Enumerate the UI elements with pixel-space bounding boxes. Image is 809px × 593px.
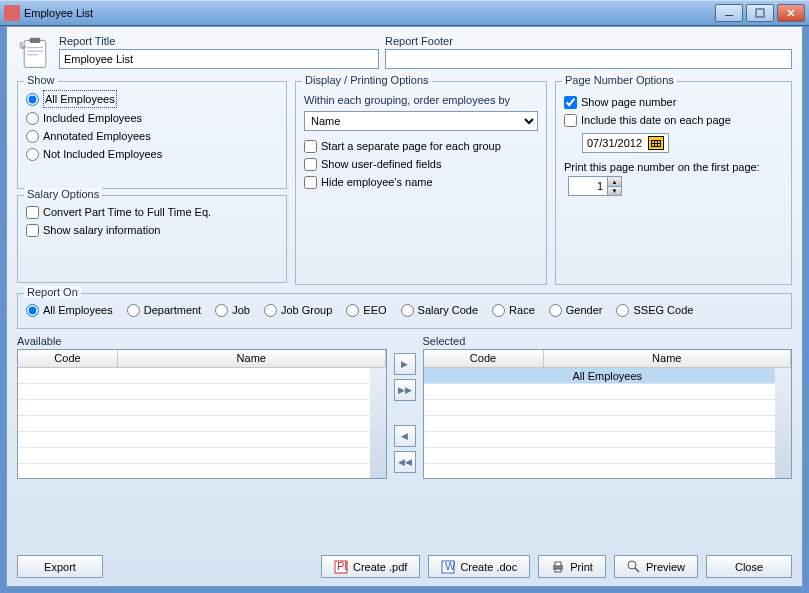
radio-ron-race[interactable] [492,304,505,317]
svg-text:PDF: PDF [337,560,348,572]
footer-bar: Export PDF Create .pdf W Create .doc Pri… [7,549,802,586]
clipboard-icon [17,35,53,71]
spin-down[interactable]: ▼ [607,186,621,195]
radio-all-employees[interactable] [26,93,39,106]
radio-included[interactable] [26,112,39,125]
check-udf[interactable] [304,158,317,171]
move-left-button[interactable]: ◀ [394,425,416,447]
print-first-label: Print this page number on the first page… [564,161,783,173]
radio-ron-dept[interactable] [127,304,140,317]
available-col-code[interactable]: Code [18,350,118,367]
display-group: Display / Printing Options Within each g… [295,81,547,285]
window-title: Employee List [24,7,93,19]
date-box[interactable]: 07/31/2012 [582,133,669,153]
radio-annotated[interactable] [26,130,39,143]
report-on-group: Report On All Employees Department Job J… [17,293,792,329]
create-doc-button[interactable]: W Create .doc [428,555,530,578]
check-separate-page[interactable] [304,140,317,153]
radio-ron-gender[interactable] [549,304,562,317]
magnifier-icon [627,560,641,574]
order-select[interactable]: Name [304,111,538,131]
check-show-pagenum[interactable] [564,96,577,109]
salary-group: Salary Options Convert Part Time to Full… [17,195,287,283]
maximize-button[interactable] [746,4,774,22]
check-show-salary[interactable] [26,224,39,237]
svg-rect-9 [555,569,561,572]
app-icon [4,5,20,21]
date-text: 07/31/2012 [587,137,642,149]
move-right-button[interactable]: ▶ [394,353,416,375]
radio-ron-job[interactable] [215,304,228,317]
preview-button[interactable]: Preview [614,555,698,578]
report-footer-input[interactable] [385,49,792,69]
svg-point-10 [628,561,636,569]
available-col-name[interactable]: Name [118,350,386,367]
report-footer-label: Report Footer [385,35,792,47]
export-button[interactable]: Export [17,555,103,578]
move-all-left-button[interactable]: ◀◀ [394,451,416,473]
report-title-input[interactable] [59,49,379,69]
close-footer-button[interactable]: Close [706,555,792,578]
selected-col-name[interactable]: Name [544,350,792,367]
calendar-icon[interactable] [648,136,664,150]
spin-up[interactable]: ▲ [607,177,621,186]
available-label: Available [17,335,387,347]
selected-col-code[interactable]: Code [424,350,544,367]
titlebar: Employee List [0,0,809,26]
check-include-date[interactable] [564,114,577,127]
available-listbox[interactable]: Code Name [17,349,387,479]
close-button[interactable] [777,4,805,22]
check-convert-pt[interactable] [26,206,39,219]
radio-ron-all[interactable] [26,304,39,317]
printer-icon [551,560,565,574]
create-pdf-button[interactable]: PDF Create .pdf [321,555,420,578]
svg-rect-1 [24,40,46,67]
salary-legend: Salary Options [24,188,102,200]
radio-ron-sseg[interactable] [616,304,629,317]
svg-text:W: W [445,560,455,572]
minimize-button[interactable] [715,4,743,22]
radio-not-included[interactable] [26,148,39,161]
move-all-right-button[interactable]: ▶▶ [394,379,416,401]
report-on-legend: Report On [24,286,81,298]
pagenum-legend: Page Number Options [562,74,677,86]
selected-listbox[interactable]: Code Name All Employees [423,349,793,479]
radio-ron-eeo[interactable] [346,304,359,317]
pdf-icon: PDF [334,560,348,574]
radio-ron-salcode[interactable] [401,304,414,317]
radio-ron-jobgroup[interactable] [264,304,277,317]
order-label: Within each grouping, order employees by [304,94,538,106]
display-legend: Display / Printing Options [302,74,432,86]
doc-icon: W [441,560,455,574]
report-title-label: Report Title [59,35,379,47]
svg-rect-0 [756,9,764,17]
print-button[interactable]: Print [538,555,606,578]
svg-rect-2 [30,38,41,43]
svg-rect-8 [555,562,561,566]
show-legend: Show [24,74,58,86]
show-group: Show All Employees Included Employees An… [17,81,287,189]
pagenum-group: Page Number Options Show page number Inc… [555,81,792,285]
selected-label: Selected [423,335,793,347]
first-page-input[interactable] [569,177,607,195]
selected-row-all[interactable]: All Employees [424,368,792,384]
check-hide-name[interactable] [304,176,317,189]
